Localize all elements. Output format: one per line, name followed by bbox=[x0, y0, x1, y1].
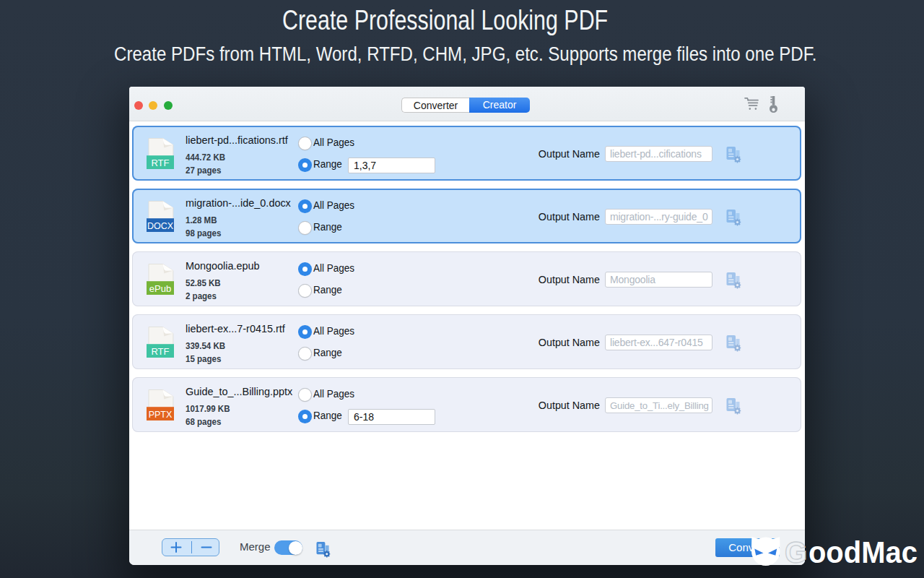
svg-text:RTF: RTF bbox=[151, 158, 169, 168]
svg-text:ePub: ePub bbox=[149, 283, 171, 294]
svg-text:RTF: RTF bbox=[151, 346, 169, 357]
svg-text:DOCX: DOCX bbox=[147, 221, 174, 231]
svg-text:PPTX: PPTX bbox=[149, 410, 173, 420]
